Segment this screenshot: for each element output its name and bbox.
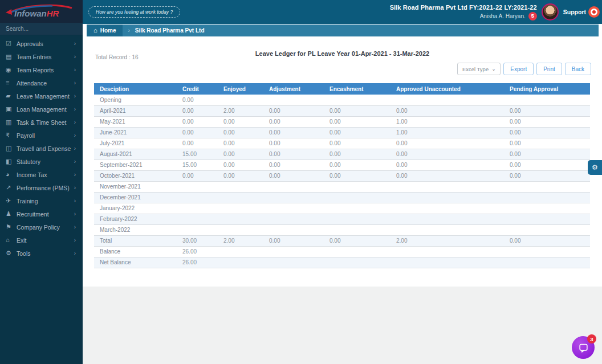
column-header-adjustment: Adjustment xyxy=(263,83,324,95)
cell-desciption: November-2021 xyxy=(94,181,177,192)
cell-adjustment xyxy=(263,257,324,268)
list-icon: ≡ xyxy=(6,80,17,86)
cell-enjoyed: 0.00 xyxy=(218,138,263,149)
main-content: ⌂ Home › Silk Road Pharma Pvt Ltd Total … xyxy=(83,24,602,364)
notification-badge[interactable]: 5 xyxy=(528,12,537,21)
topbar: How are you feeling at work today ? Silk… xyxy=(83,0,602,24)
user-avatar[interactable] xyxy=(542,3,559,21)
search-input[interactable] xyxy=(6,26,81,32)
settings-fab-button[interactable]: ⚙ xyxy=(588,160,602,175)
print-button[interactable]: Print xyxy=(536,63,562,75)
home-icon: ⌂ xyxy=(93,27,97,34)
cell-approved-unaccounted: 0.00 xyxy=(391,159,504,170)
support-button[interactable]: Support xyxy=(563,6,600,18)
chevron-right-icon: › xyxy=(74,198,76,204)
app-root: InfowanHR ☑Approvals›▤Team Entries›◉Team… xyxy=(0,0,602,364)
cell-pending-approval xyxy=(504,95,590,105)
chevron-right-icon: › xyxy=(74,250,76,256)
sidebar-item-team-entries[interactable]: ▤Team Entries› xyxy=(0,50,83,63)
cell-pending-approval: 0.00 xyxy=(504,149,590,159)
breadcrumb-home[interactable]: ⌂ Home xyxy=(87,24,123,36)
cell-enjoyed: 0.00 xyxy=(218,159,263,170)
cell-credit: 30.00 xyxy=(177,235,218,246)
sidebar-item-leave-management[interactable]: ▰Leave Management› xyxy=(0,89,83,103)
sidebar-item-performance-pms[interactable]: ↗Performance (PMS)› xyxy=(0,181,83,194)
cell-desciption: October-2021 xyxy=(94,170,177,181)
cell-credit: 15.00 xyxy=(177,159,218,170)
sidebar-item-company-policy[interactable]: ⚑Company Policy› xyxy=(0,220,83,234)
sidebar-item-recruitment[interactable]: ♟Recruitment› xyxy=(0,207,83,220)
user-name: Anisha A. Haryan. xyxy=(480,13,526,19)
cell-desciption: August-2021 xyxy=(94,149,177,159)
support-target-icon xyxy=(588,6,600,18)
table-row-january-2022: January-2022 xyxy=(94,203,590,214)
cell-approved-unaccounted: 0.00 xyxy=(391,170,504,181)
briefcase-icon: ◧ xyxy=(6,158,17,165)
cell-approved-unaccounted xyxy=(391,257,504,268)
chevron-right-icon: › xyxy=(74,224,76,230)
cell-adjustment xyxy=(263,246,324,257)
cell-credit: 0.00 xyxy=(177,170,218,181)
bomb-icon: ◕ xyxy=(6,171,17,178)
cell-pending-approval xyxy=(504,257,590,268)
cell-adjustment: 0.00 xyxy=(263,159,324,170)
wallet-icon: ▣ xyxy=(6,106,17,112)
chevron-right-icon: › xyxy=(74,80,76,86)
chat-fab-button[interactable]: 3 xyxy=(572,336,595,359)
gear-icon: ⚙ xyxy=(592,163,598,171)
chevron-right-icon: › xyxy=(74,40,76,47)
chevron-right-icon: › xyxy=(74,145,76,152)
cell-desciption: March-2022 xyxy=(94,224,177,235)
cell-encashment xyxy=(324,203,391,214)
cell-pending-approval: 0.00 xyxy=(504,105,590,116)
book-icon: ◫ xyxy=(6,145,17,152)
table-row-august-2021: August-202115.000.000.000.000.000.00 xyxy=(94,149,590,159)
cell-encashment: 0.00 xyxy=(324,116,391,127)
mood-survey-button[interactable]: How are you feeling at work today ? xyxy=(88,6,180,18)
sidebar-menu: ☑Approvals›▤Team Entries›◉Team Reports›≡… xyxy=(0,35,83,260)
sidebar-item-income-tax[interactable]: ◕Income Tax› xyxy=(0,168,83,181)
sidebar-item-label: Statutory xyxy=(17,158,74,165)
infowanhr-logo-icon: InfowanHR xyxy=(5,3,74,20)
export-button[interactable]: Export xyxy=(503,63,534,75)
excel-type-select[interactable]: Excel Type ⌄ xyxy=(457,63,501,75)
sidebar-item-loan-management[interactable]: ▣Loan Management› xyxy=(0,103,83,116)
sidebar-item-training[interactable]: ✈Training› xyxy=(0,194,83,207)
back-button[interactable]: Back xyxy=(565,63,591,75)
cell-approved-unaccounted: 1.00 xyxy=(391,127,504,138)
sidebar-item-exit[interactable]: ⌂Exit› xyxy=(0,234,83,247)
table-row-june-2021: June-20210.000.000.000.001.000.00 xyxy=(94,127,590,138)
table-header-row: DesciptionCreditEnjoyedAdjustmentEncashm… xyxy=(94,83,590,95)
sidebar-item-attendance[interactable]: ≡Attendance› xyxy=(0,76,83,89)
sidebar-item-label: Income Tax xyxy=(17,171,74,178)
cell-approved-unaccounted xyxy=(391,246,504,257)
sidebar-item-label: Team Reports xyxy=(17,67,74,73)
sidebar-item-approvals[interactable]: ☑Approvals› xyxy=(0,37,83,50)
cell-credit: 15.00 xyxy=(177,149,218,159)
chevron-right-icon: › xyxy=(74,54,76,60)
cell-desciption: Balance xyxy=(94,246,177,257)
chevron-right-icon: › xyxy=(74,158,76,165)
sidebar-item-team-reports[interactable]: ◉Team Reports› xyxy=(0,63,83,76)
sidebar-item-task-time-sheet[interactable]: ▥Task & Time Sheet› xyxy=(0,116,83,129)
table-row-net-balance: Net Balance26.00 xyxy=(94,257,590,268)
chevron-right-icon: › xyxy=(74,93,76,99)
cell-desciption: April-2021 xyxy=(94,105,177,116)
sidebar-item-travell-and-expense[interactable]: ◫Travell and Expense› xyxy=(0,142,83,155)
cell-approved-unaccounted: 0.00 xyxy=(391,149,504,159)
actions-toolbar: Excel Type ⌄ Export Print Back xyxy=(457,63,591,75)
table-row-balance: Balance26.00 xyxy=(94,246,590,257)
cell-enjoyed: 0.00 xyxy=(218,149,263,159)
cell-adjustment xyxy=(263,95,324,105)
cell-desciption: September-2021 xyxy=(94,159,177,170)
cell-encashment xyxy=(324,214,391,224)
sidebar-item-label: Performance (PMS) xyxy=(17,185,74,191)
column-header-desciption: Desciption xyxy=(94,83,177,95)
cell-desciption: December-2021 xyxy=(94,192,177,203)
chat-bubble-icon xyxy=(578,342,589,353)
sidebar-item-payroll[interactable]: ₹Payroll› xyxy=(0,129,83,142)
cell-encashment xyxy=(324,246,391,257)
sidebar-item-tools[interactable]: ⚙Tools› xyxy=(0,247,83,260)
cell-approved-unaccounted xyxy=(391,214,504,224)
sidebar-item-statutory[interactable]: ◧Statutory› xyxy=(0,155,83,168)
